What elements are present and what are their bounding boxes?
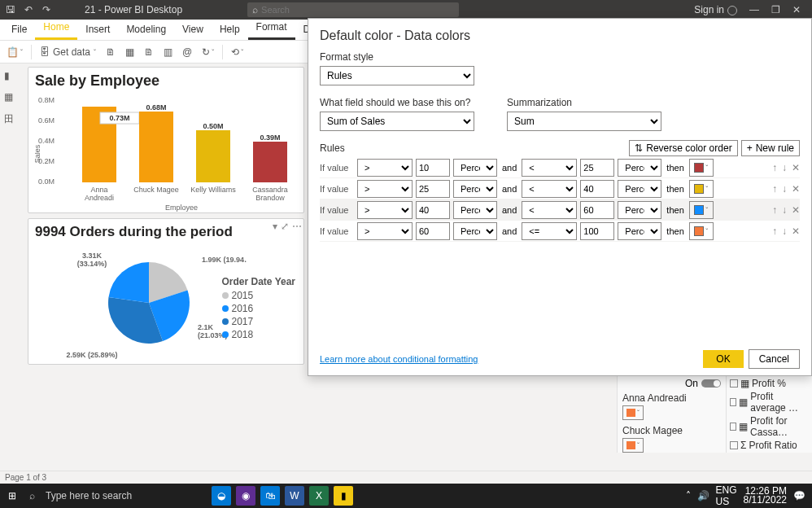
move-up-icon[interactable]: ↑ [772,226,777,237]
unit-select[interactable]: Percent [453,201,497,219]
bar-chart-visual[interactable]: Sale by Employee Sales 0.8M 0.6M 0.4M 0.… [28,67,304,213]
operator-select[interactable]: < [522,201,577,219]
move-down-icon[interactable]: ↓ [782,183,787,195]
move-down-icon[interactable]: ↓ [782,204,787,216]
field-item[interactable]: ▦Profit % [730,378,809,389]
operator-select[interactable]: < [522,180,577,198]
operator-select[interactable]: > [357,180,413,198]
color-dropdown[interactable]: ˇ [622,438,644,453]
unit-select[interactable]: Percent [618,201,661,219]
value-input[interactable] [416,222,450,240]
summarization-select[interactable]: Sum [507,112,661,131]
value-input[interactable] [580,159,614,177]
operator-select[interactable]: < [522,159,577,177]
delete-rule-icon[interactable]: ✕ [792,204,800,216]
menu-file[interactable]: File [3,20,35,40]
color-picker[interactable]: ˇ [689,159,714,177]
pie-chart-visual[interactable]: ▾ ⤢ ⋯ 9994 Orders during the period 3.31… [28,218,304,365]
store-icon[interactable]: 🛍 [260,486,280,506]
app-icon[interactable]: ◉ [236,486,255,506]
sign-in-link[interactable]: Sign in [694,4,737,15]
field-item[interactable]: ΣProfit Ratio [730,440,809,451]
onelake-icon[interactable]: ▦ [122,45,138,59]
move-up-icon[interactable]: ↑ [772,162,777,173]
more-icon[interactable]: ⋯ [292,221,302,232]
global-search[interactable]: ⌕ [247,2,459,17]
menu-help[interactable]: Help [212,20,248,40]
move-down-icon[interactable]: ↓ [782,162,787,173]
color-dropdown[interactable]: ˇ [622,405,644,420]
get-data-button[interactable]: 🗄 Get data ˇ [37,45,99,59]
paste-icon[interactable]: 📋ˇ [3,45,26,59]
operator-select[interactable]: > [357,201,413,219]
unit-select[interactable]: Percent [618,180,661,198]
transform-icon[interactable]: ⟲ˇ [228,45,247,59]
word-icon[interactable]: W [285,486,304,506]
unit-select[interactable]: Percent [453,180,497,198]
move-down-icon[interactable]: ↓ [782,226,787,237]
sound-icon[interactable]: 🔊 [697,490,709,501]
excel-icon[interactable]: 🗎 [103,45,119,59]
focus-icon[interactable]: ⤢ [281,221,289,232]
report-view-icon[interactable]: ▮ [4,70,17,83]
language-indicator[interactable]: ENGUS [716,484,737,507]
data-icon[interactable]: ▥ [160,45,176,59]
notifications-icon[interactable]: 💬 [793,490,805,501]
clock[interactable]: 12:26 PM8/11/2022 [744,487,787,505]
value-input[interactable] [416,180,450,198]
value-input[interactable] [580,201,614,219]
save-icon[interactable]: 🖫 [5,4,16,15]
cancel-button[interactable]: Cancel [749,349,800,369]
ok-button[interactable]: OK [703,350,743,368]
move-up-icon[interactable]: ↑ [772,204,777,216]
operator-select[interactable]: > [357,159,413,177]
operator-select[interactable]: > [357,222,413,240]
filter-toggle[interactable] [701,379,721,388]
unit-select[interactable]: Percent [618,159,661,177]
menu-format[interactable]: Format [248,18,295,40]
new-rule-button[interactable]: +New rule [741,140,800,156]
field-item[interactable]: ▦Profit for Cassa… [730,415,809,438]
tray-chevron-icon[interactable]: ˄ [686,490,691,501]
value-input[interactable] [580,180,614,198]
learn-more-link[interactable]: Learn more about conditional formatting [320,354,478,364]
unit-select[interactable]: Percent [453,159,497,177]
menu-home[interactable]: Home [35,18,77,40]
redo-icon[interactable]: ↷ [41,4,52,15]
color-picker[interactable]: ˇ [689,180,714,198]
value-input[interactable] [416,159,450,177]
unit-select[interactable]: Percent [618,222,661,240]
delete-rule-icon[interactable]: ✕ [792,162,800,173]
delete-rule-icon[interactable]: ✕ [792,183,800,195]
field-item[interactable]: ▦Profit average … [730,391,809,414]
edge-icon[interactable]: ◒ [212,486,231,506]
model-view-icon[interactable]: ⽥ [4,112,17,125]
data-view-icon[interactable]: ▦ [4,91,17,104]
close-icon[interactable]: ✕ [786,4,807,15]
minimize-icon[interactable]: — [744,4,765,15]
unit-select[interactable]: Percent [453,222,497,240]
sql-icon[interactable]: 🗎 [141,45,157,59]
dataverse-icon[interactable]: @ [179,45,195,59]
format-style-select[interactable]: Rules [320,66,474,85]
excel-icon[interactable]: X [309,486,329,506]
menu-insert[interactable]: Insert [77,20,118,40]
color-picker[interactable]: ˇ [689,222,714,240]
value-input[interactable] [580,222,614,240]
recent-icon[interactable]: ↻ˇ [199,45,217,59]
taskbar-search[interactable]: ⌕ Type here to search [24,490,187,501]
delete-rule-icon[interactable]: ✕ [792,226,800,237]
powerbi-icon[interactable]: ▮ [334,486,353,506]
menu-modeling[interactable]: Modeling [118,20,174,40]
move-up-icon[interactable]: ↑ [772,183,777,195]
filter-icon[interactable]: ▾ [273,221,277,232]
undo-icon[interactable]: ↶ [23,4,34,15]
field-select[interactable]: Sum of Sales [320,112,474,131]
operator-select[interactable]: <= [522,222,577,240]
color-picker[interactable]: ˇ [689,201,714,219]
search-input[interactable] [261,5,454,15]
menu-view[interactable]: View [174,20,212,40]
restore-icon[interactable]: ❐ [765,4,786,15]
reverse-order-button[interactable]: ⇅Reverse color order [629,140,737,156]
value-input[interactable] [416,201,450,219]
